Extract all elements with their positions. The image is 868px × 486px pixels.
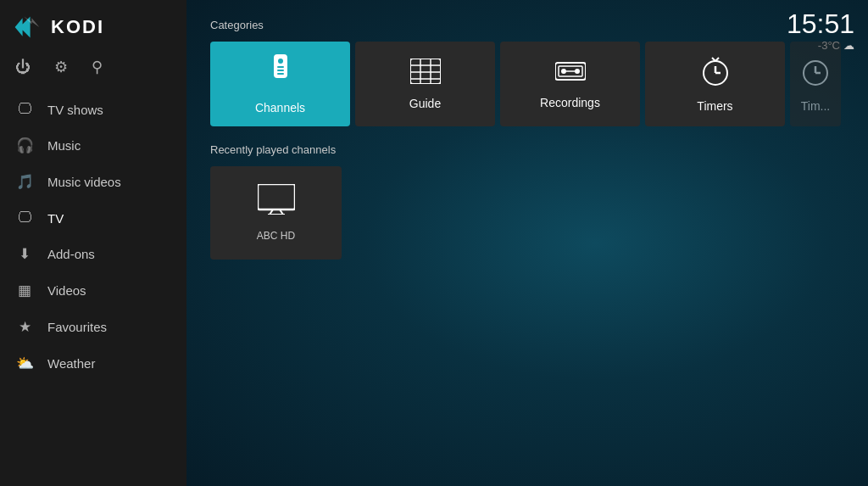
timers-label: Timers (697, 99, 732, 113)
svg-rect-6 (277, 73, 284, 75)
channels-icon (267, 54, 294, 94)
music-icon: 🎧 (15, 137, 34, 154)
category-timers-partial[interactable]: Tim... (790, 42, 841, 126)
categories-label: Categories (210, 19, 844, 31)
tv-icon: 🖵 (15, 209, 34, 226)
sidebar-item-music[interactable]: 🎧 Music (0, 127, 186, 164)
nav-menu: 🖵 TV shows 🎧 Music 🎵 Music videos 🖵 TV ⬇… (0, 88, 186, 486)
top-icon-bar: ⏻ ⚙ ⚲ (0, 51, 186, 88)
svg-point-17 (561, 69, 566, 74)
svg-rect-4 (277, 66, 284, 68)
channel-abc-hd-label: ABC HD (257, 230, 295, 242)
category-recordings[interactable]: Recordings (500, 42, 640, 126)
sidebar-item-weather[interactable]: ⛅ Weather (0, 345, 186, 382)
channels-row: ABC HD (210, 166, 844, 260)
search-icon[interactable]: ⚲ (92, 58, 103, 76)
sidebar-item-videos[interactable]: ▦ Videos (0, 272, 186, 309)
categories-section: Categories Chann (210, 19, 844, 126)
recently-played-label: Recently played channels (210, 143, 844, 156)
category-channels[interactable]: Channels (210, 42, 350, 126)
sidebar-label-tv: TV (47, 211, 64, 226)
sidebar-item-add-ons[interactable]: ⬇ Add-ons (0, 236, 186, 272)
sidebar-label-music: Music (47, 138, 81, 153)
recordings-icon (555, 59, 586, 89)
favourites-icon: ★ (15, 318, 34, 336)
guide-icon (410, 59, 441, 90)
svg-point-3 (278, 59, 283, 64)
recently-played-section: Recently played channels ABC HD (210, 143, 844, 260)
sidebar-item-music-videos[interactable]: 🎵 Music videos (0, 164, 186, 200)
music-videos-icon: 🎵 (15, 173, 34, 191)
svg-rect-9 (410, 59, 441, 84)
sidebar: KODI ⏻ ⚙ ⚲ 🖵 TV shows 🎧 Music 🎵 Music vi… (0, 0, 186, 486)
timers-icon (702, 56, 729, 92)
power-icon[interactable]: ⏻ (15, 59, 31, 76)
categories-row: Channels Guide (210, 42, 844, 126)
sidebar-item-tv-shows[interactable]: 🖵 TV shows (0, 92, 186, 127)
timers2-icon (802, 56, 829, 92)
category-timers[interactable]: Timers (645, 42, 785, 126)
sidebar-label-add-ons: Add-ons (47, 247, 95, 261)
logo-area: KODI (0, 0, 186, 51)
sidebar-label-weather: Weather (47, 356, 95, 371)
channels-label: Channels (255, 101, 305, 115)
weather-icon: ⛅ (15, 355, 34, 372)
category-guide[interactable]: Guide (355, 42, 495, 126)
sidebar-label-videos: Videos (47, 283, 86, 298)
add-ons-icon: ⬇ (15, 245, 34, 263)
svg-point-18 (575, 69, 580, 74)
kodi-logo-icon (12, 12, 42, 42)
guide-label: Guide (409, 97, 441, 110)
svg-rect-28 (258, 184, 295, 209)
channel-abc-hd[interactable]: ABC HD (210, 166, 342, 260)
weather-cloud-icon: ☁ (843, 39, 854, 52)
recordings-label: Recordings (540, 96, 600, 109)
sidebar-item-tv[interactable]: 🖵 TV (0, 200, 186, 236)
settings-icon[interactable]: ⚙ (54, 58, 68, 76)
main-content: 15:51 -3°C ☁ Categories (186, 0, 868, 486)
app-title: KODI (51, 16, 104, 38)
tv-shows-icon: 🖵 (15, 101, 34, 118)
svg-rect-5 (277, 70, 284, 71)
sidebar-item-favourites[interactable]: ★ Favourites (0, 309, 186, 345)
sidebar-label-music-videos: Music videos (47, 175, 121, 189)
channel-tv-icon (258, 184, 295, 221)
videos-icon: ▦ (15, 282, 34, 299)
sidebar-label-tv-shows: TV shows (47, 103, 103, 117)
sidebar-label-favourites: Favourites (47, 320, 107, 334)
timers2-label: Tim... (801, 99, 830, 113)
clock-display: 15:51 (787, 10, 854, 37)
